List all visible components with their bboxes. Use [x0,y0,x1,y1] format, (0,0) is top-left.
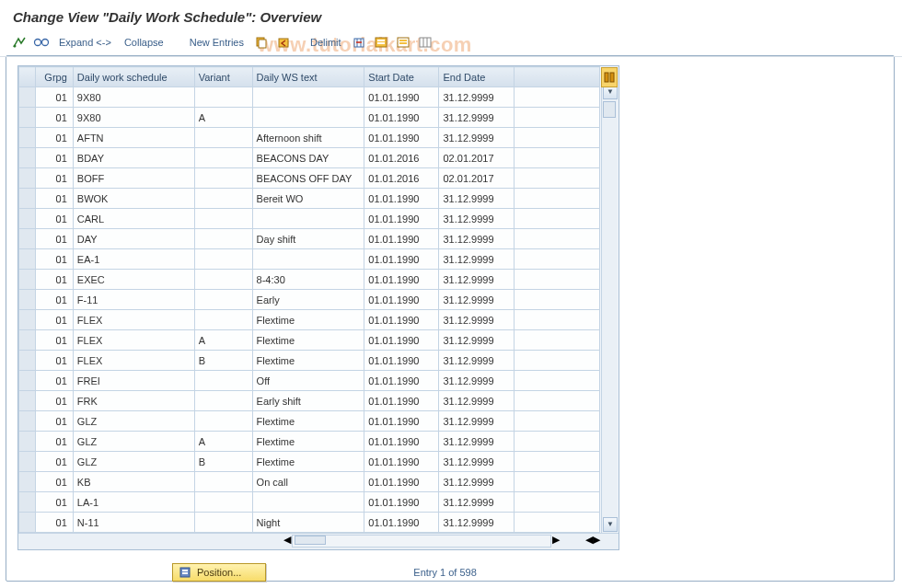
cell-dws[interactable]: AFTN [73,128,194,148]
col-header-end[interactable]: End Date [439,67,514,87]
col-header-grpg[interactable]: Grpg [36,67,74,87]
col-header-dws[interactable]: Daily work schedule [73,67,194,87]
copy-icon[interactable] [253,34,270,51]
col-header-selector[interactable] [19,67,36,87]
row-selector[interactable] [19,411,36,432]
row-selector[interactable] [19,270,36,290]
hscroll-track[interactable] [292,535,551,548]
cell-dws[interactable]: BWOK [73,189,194,209]
cell-variant[interactable] [194,371,252,391]
cell-variant[interactable] [194,310,252,330]
cell-text[interactable]: Flextime [252,310,364,330]
collapse-button[interactable]: Collapse [121,37,168,48]
cell-start[interactable]: 01.01.1990 [364,270,439,290]
cell-grpg[interactable]: 01 [36,87,74,108]
table-row[interactable]: 01GLZBFlextime01.01.199031.12.9999 [19,452,600,472]
cell-variant[interactable] [194,492,252,513]
delimit-button[interactable]: Delimit [306,37,345,48]
table-row[interactable]: 01BWOKBereit WO01.01.199031.12.9999 [19,189,600,209]
cell-start[interactable]: 01.01.2016 [364,168,439,189]
cell-end[interactable]: 31.12.9999 [439,249,514,270]
row-selector[interactable] [19,189,36,209]
cell-variant[interactable] [194,411,252,432]
table-row[interactable]: 01FLEXAFlextime01.01.199031.12.9999 [19,330,600,351]
cell-start[interactable]: 01.01.1990 [364,513,439,533]
hscroll-right2-icon[interactable]: ▶ [593,534,600,549]
cell-variant[interactable] [194,391,252,411]
row-selector[interactable] [19,351,36,371]
cell-variant[interactable] [194,513,252,533]
hscroll-left2-icon[interactable]: ◀ [585,534,593,549]
table-row[interactable]: 01F-11Early01.01.199031.12.9999 [19,290,600,310]
table-row[interactable]: 01KBOn call01.01.199031.12.9999 [19,472,600,492]
table-settings-icon[interactable] [601,67,618,87]
cell-grpg[interactable]: 01 [36,371,74,391]
col-header-text[interactable]: Daily WS text [252,67,364,87]
cell-variant[interactable]: B [194,452,252,472]
cell-end[interactable]: 31.12.9999 [439,270,514,290]
cell-dws[interactable]: FLEX [73,330,194,351]
cell-variant[interactable]: A [194,432,252,452]
table-row[interactable]: 01LA-101.01.199031.12.9999 [19,492,600,513]
cell-text[interactable] [252,108,364,128]
cell-end[interactable]: 31.12.9999 [439,452,514,472]
cell-text[interactable]: Flextime [252,351,364,371]
cell-end[interactable]: 31.12.9999 [439,128,514,148]
row-selector[interactable] [19,472,36,492]
cell-text[interactable] [252,492,364,513]
cell-end[interactable]: 31.12.9999 [439,371,514,391]
new-entries-button[interactable]: New Entries [186,37,248,48]
cell-dws[interactable]: BDAY [73,148,194,168]
cell-start[interactable]: 01.01.1990 [364,492,439,513]
row-selector[interactable] [19,391,36,411]
row-selector[interactable] [19,371,36,391]
cell-text[interactable]: BEACONS DAY [252,148,364,168]
table-row[interactable]: 01AFTNAfternoon shift01.01.199031.12.999… [19,128,600,148]
select-all-icon[interactable] [373,34,389,51]
table-row[interactable]: 01CARL01.01.199031.12.9999 [19,209,600,229]
table-row[interactable]: 01EA-101.01.199031.12.9999 [19,249,600,270]
cell-end[interactable]: 31.12.9999 [439,492,514,513]
cell-start[interactable]: 01.01.1990 [364,391,439,411]
cell-text[interactable]: Afternoon shift [252,128,364,148]
cell-start[interactable]: 01.01.1990 [364,87,439,108]
table-row[interactable]: 01BDAYBEACONS DAY01.01.201602.01.2017 [19,148,600,168]
cell-grpg[interactable]: 01 [36,290,74,310]
cell-end[interactable]: 31.12.9999 [439,290,514,310]
cell-start[interactable]: 01.01.1990 [364,128,439,148]
glasses-icon[interactable] [33,34,50,51]
cell-dws[interactable]: EXEC [73,270,194,290]
configure-icon[interactable] [417,34,434,51]
cell-start[interactable]: 01.01.1990 [364,452,439,472]
cell-grpg[interactable]: 01 [36,148,74,168]
row-selector[interactable] [19,432,36,452]
table-row[interactable]: 01GLZAFlextime01.01.199031.12.9999 [19,432,600,452]
cell-variant[interactable] [194,472,252,492]
other-view-icon[interactable] [11,34,28,51]
cell-end[interactable]: 31.12.9999 [439,87,514,108]
cell-end[interactable]: 31.12.9999 [439,330,514,351]
deselect-all-icon[interactable] [395,34,411,51]
cell-end[interactable]: 02.01.2017 [439,148,514,168]
cell-grpg[interactable]: 01 [36,492,74,513]
cell-start[interactable]: 01.01.1990 [364,371,439,391]
cell-end[interactable]: 31.12.9999 [439,513,514,533]
cell-dws[interactable]: LA-1 [73,492,194,513]
cell-text[interactable]: BEACONS OFF DAY [252,168,364,189]
cell-text[interactable] [252,87,364,108]
cell-end[interactable]: 31.12.9999 [439,391,514,411]
cell-text[interactable] [252,249,364,270]
cell-end[interactable]: 31.12.9999 [439,229,514,249]
cell-dws[interactable]: EA-1 [73,249,194,270]
cell-dws[interactable]: N-11 [73,513,194,533]
cell-grpg[interactable]: 01 [36,391,74,411]
delete-icon[interactable] [351,34,367,51]
table-row[interactable]: 01BOFFBEACONS OFF DAY01.01.201602.01.201… [19,168,600,189]
cell-variant[interactable] [194,209,252,229]
cell-dws[interactable]: FLEX [73,351,194,371]
cell-grpg[interactable]: 01 [36,189,74,209]
row-selector[interactable] [19,148,36,168]
cell-variant[interactable] [194,168,252,189]
cell-text[interactable]: Day shift [252,229,364,249]
cell-end[interactable]: 31.12.9999 [439,209,514,229]
